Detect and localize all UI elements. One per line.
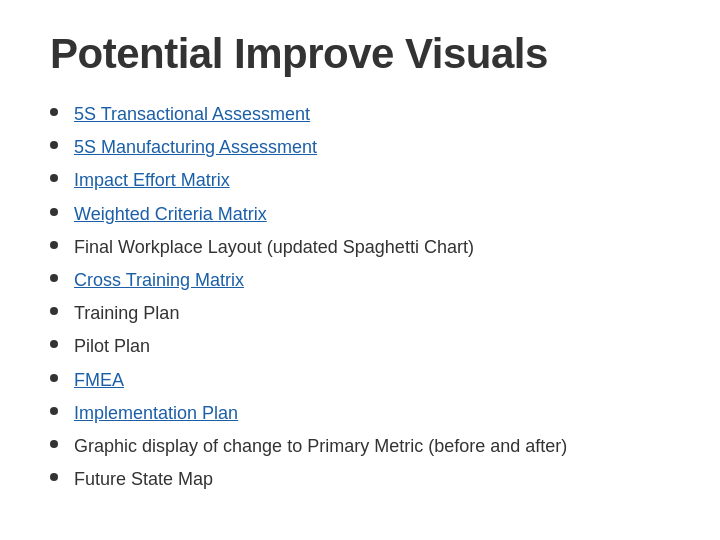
list-item: Graphic display of change to Primary Met… [50,434,670,459]
list-item: Final Workplace Layout (updated Spaghett… [50,235,670,260]
bullet-dot [50,407,58,415]
bullet-list: 5S Transactional Assessment5S Manufactur… [50,102,670,500]
list-item[interactable]: Impact Effort Matrix [50,168,670,193]
list-item[interactable]: Weighted Criteria Matrix [50,202,670,227]
list-item-text: Final Workplace Layout (updated Spaghett… [74,235,474,260]
bullet-dot [50,340,58,348]
bullet-dot [50,141,58,149]
bullet-dot [50,274,58,282]
list-item-text[interactable]: Implementation Plan [74,401,238,426]
list-item[interactable]: 5S Transactional Assessment [50,102,670,127]
bullet-dot [50,440,58,448]
list-item-text[interactable]: Weighted Criteria Matrix [74,202,267,227]
list-item-text[interactable]: Impact Effort Matrix [74,168,230,193]
list-item-text: Pilot Plan [74,334,150,359]
bullet-dot [50,208,58,216]
list-item-text[interactable]: 5S Manufacturing Assessment [74,135,317,160]
list-item-text[interactable]: 5S Transactional Assessment [74,102,310,127]
list-item[interactable]: FMEA [50,368,670,393]
list-item-text[interactable]: FMEA [74,368,124,393]
bullet-dot [50,374,58,382]
page-container: Potential Improve Visuals 5S Transaction… [0,0,720,540]
bullet-dot [50,307,58,315]
list-item-text[interactable]: Cross Training Matrix [74,268,244,293]
list-item-text: Graphic display of change to Primary Met… [74,434,567,459]
bullet-dot [50,473,58,481]
list-item-text: Future State Map [74,467,213,492]
list-item[interactable]: 5S Manufacturing Assessment [50,135,670,160]
list-item[interactable]: Cross Training Matrix [50,268,670,293]
list-item: Training Plan [50,301,670,326]
bullet-dot [50,108,58,116]
bullet-dot [50,174,58,182]
bullet-dot [50,241,58,249]
list-item: Pilot Plan [50,334,670,359]
list-item[interactable]: Implementation Plan [50,401,670,426]
list-item-text: Training Plan [74,301,179,326]
page-title: Potential Improve Visuals [50,30,670,78]
list-item: Future State Map [50,467,670,492]
